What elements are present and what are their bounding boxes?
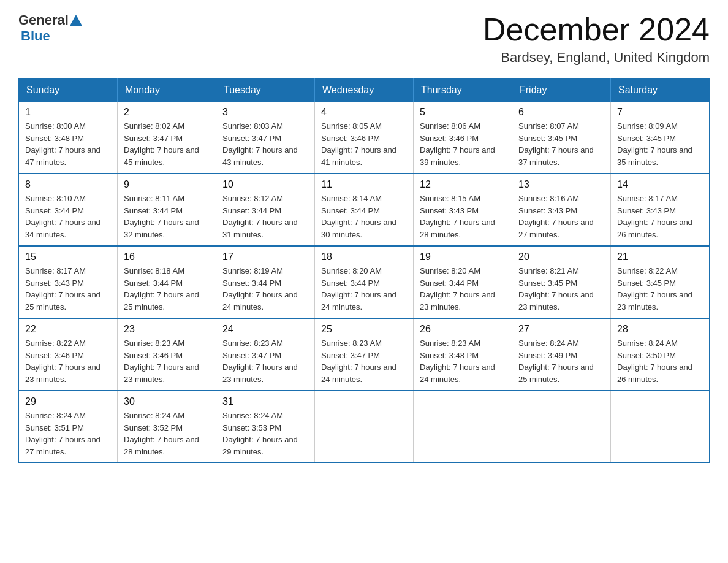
table-row: 31 Sunrise: 8:24 AMSunset: 3:53 PMDaylig… xyxy=(216,391,315,463)
day-info: Sunrise: 8:23 AMSunset: 3:47 PMDaylight:… xyxy=(222,339,298,384)
day-number: 10 xyxy=(222,179,308,190)
table-row: 19 Sunrise: 8:20 AMSunset: 3:44 PMDaylig… xyxy=(414,246,512,318)
day-number: 27 xyxy=(518,324,604,335)
title-area: December 2024 Bardsey, England, United K… xyxy=(483,12,710,66)
day-number: 14 xyxy=(617,179,703,190)
day-number: 25 xyxy=(321,324,407,335)
day-number: 7 xyxy=(617,107,703,118)
col-wednesday: Wednesday xyxy=(315,79,414,102)
table-row: 18 Sunrise: 8:20 AMSunset: 3:44 PMDaylig… xyxy=(315,246,414,318)
day-number: 20 xyxy=(518,251,604,262)
day-info: Sunrise: 8:20 AMSunset: 3:44 PMDaylight:… xyxy=(321,266,396,312)
day-info: Sunrise: 8:24 AMSunset: 3:49 PMDaylight:… xyxy=(518,339,594,384)
day-number: 11 xyxy=(321,179,407,190)
table-row: 4 Sunrise: 8:05 AMSunset: 3:46 PMDayligh… xyxy=(315,102,414,174)
calendar-week-row: 8 Sunrise: 8:10 AMSunset: 3:44 PMDayligh… xyxy=(19,174,710,246)
table-row: 11 Sunrise: 8:14 AMSunset: 3:44 PMDaylig… xyxy=(315,174,414,246)
day-info: Sunrise: 8:07 AMSunset: 3:45 PMDaylight:… xyxy=(518,121,594,167)
day-number: 12 xyxy=(420,179,506,190)
table-row: 6 Sunrise: 8:07 AMSunset: 3:45 PMDayligh… xyxy=(512,102,611,174)
day-number: 8 xyxy=(25,179,111,190)
col-saturday: Saturday xyxy=(611,79,710,102)
header-row: Sunday Monday Tuesday Wednesday Thursday… xyxy=(19,79,710,102)
day-number: 22 xyxy=(25,324,111,335)
table-row: 29 Sunrise: 8:24 AMSunset: 3:51 PMDaylig… xyxy=(19,391,118,463)
day-number: 9 xyxy=(124,179,210,190)
table-row: 14 Sunrise: 8:17 AMSunset: 3:43 PMDaylig… xyxy=(611,174,710,246)
day-number: 24 xyxy=(222,324,308,335)
day-number: 18 xyxy=(321,251,407,262)
table-row: 3 Sunrise: 8:03 AMSunset: 3:47 PMDayligh… xyxy=(216,102,315,174)
day-info: Sunrise: 8:00 AMSunset: 3:48 PMDaylight:… xyxy=(25,121,100,167)
calendar-week-row: 22 Sunrise: 8:22 AMSunset: 3:46 PMDaylig… xyxy=(19,318,710,391)
day-info: Sunrise: 8:12 AMSunset: 3:44 PMDaylight:… xyxy=(222,194,298,239)
day-number: 13 xyxy=(518,179,604,190)
day-number: 19 xyxy=(420,251,506,262)
logo-triangle-icon xyxy=(70,15,82,26)
day-info: Sunrise: 8:19 AMSunset: 3:44 PMDaylight:… xyxy=(222,266,298,312)
table-row: 2 Sunrise: 8:02 AMSunset: 3:47 PMDayligh… xyxy=(118,102,216,174)
day-info: Sunrise: 8:02 AMSunset: 3:47 PMDaylight:… xyxy=(124,121,199,167)
table-row: 1 Sunrise: 8:00 AMSunset: 3:48 PMDayligh… xyxy=(19,102,118,174)
table-row: 23 Sunrise: 8:23 AMSunset: 3:46 PMDaylig… xyxy=(118,318,216,391)
day-number: 6 xyxy=(518,107,604,118)
col-thursday: Thursday xyxy=(414,79,512,102)
day-number: 16 xyxy=(124,251,210,262)
day-info: Sunrise: 8:18 AMSunset: 3:44 PMDaylight:… xyxy=(124,266,199,312)
day-info: Sunrise: 8:24 AMSunset: 3:52 PMDaylight:… xyxy=(124,411,199,456)
day-info: Sunrise: 8:06 AMSunset: 3:46 PMDaylight:… xyxy=(420,121,495,167)
day-info: Sunrise: 8:17 AMSunset: 3:43 PMDaylight:… xyxy=(25,266,100,312)
table-row: 8 Sunrise: 8:10 AMSunset: 3:44 PMDayligh… xyxy=(19,174,118,246)
day-number: 5 xyxy=(420,107,506,118)
table-row: 5 Sunrise: 8:06 AMSunset: 3:46 PMDayligh… xyxy=(414,102,512,174)
day-info: Sunrise: 8:22 AMSunset: 3:46 PMDaylight:… xyxy=(25,339,100,384)
table-row: 27 Sunrise: 8:24 AMSunset: 3:49 PMDaylig… xyxy=(512,318,611,391)
day-info: Sunrise: 8:14 AMSunset: 3:44 PMDaylight:… xyxy=(321,194,396,239)
calendar-table: Sunday Monday Tuesday Wednesday Thursday… xyxy=(18,78,710,463)
day-number: 1 xyxy=(25,107,111,118)
calendar-week-row: 15 Sunrise: 8:17 AMSunset: 3:43 PMDaylig… xyxy=(19,246,710,318)
day-number: 3 xyxy=(222,107,308,118)
table-row: 15 Sunrise: 8:17 AMSunset: 3:43 PMDaylig… xyxy=(19,246,118,318)
day-number: 4 xyxy=(321,107,407,118)
table-row xyxy=(414,391,512,463)
header: General Blue December 2024 Bardsey, Engl… xyxy=(18,12,710,66)
day-number: 21 xyxy=(617,251,703,262)
table-row: 24 Sunrise: 8:23 AMSunset: 3:47 PMDaylig… xyxy=(216,318,315,391)
day-info: Sunrise: 8:10 AMSunset: 3:44 PMDaylight:… xyxy=(25,194,100,239)
calendar-week-row: 29 Sunrise: 8:24 AMSunset: 3:51 PMDaylig… xyxy=(19,391,710,463)
month-title: December 2024 xyxy=(483,12,710,47)
table-row xyxy=(315,391,414,463)
table-row: 12 Sunrise: 8:15 AMSunset: 3:43 PMDaylig… xyxy=(414,174,512,246)
table-row: 25 Sunrise: 8:23 AMSunset: 3:47 PMDaylig… xyxy=(315,318,414,391)
day-info: Sunrise: 8:21 AMSunset: 3:45 PMDaylight:… xyxy=(518,266,594,312)
day-number: 23 xyxy=(124,324,210,335)
table-row: 10 Sunrise: 8:12 AMSunset: 3:44 PMDaylig… xyxy=(216,174,315,246)
table-row: 17 Sunrise: 8:19 AMSunset: 3:44 PMDaylig… xyxy=(216,246,315,318)
day-info: Sunrise: 8:11 AMSunset: 3:44 PMDaylight:… xyxy=(124,194,199,239)
day-info: Sunrise: 8:22 AMSunset: 3:45 PMDaylight:… xyxy=(617,266,692,312)
col-monday: Monday xyxy=(118,79,216,102)
table-row: 21 Sunrise: 8:22 AMSunset: 3:45 PMDaylig… xyxy=(611,246,710,318)
day-number: 26 xyxy=(420,324,506,335)
day-info: Sunrise: 8:16 AMSunset: 3:43 PMDaylight:… xyxy=(518,194,594,239)
day-info: Sunrise: 8:03 AMSunset: 3:47 PMDaylight:… xyxy=(222,121,298,167)
table-row: 30 Sunrise: 8:24 AMSunset: 3:52 PMDaylig… xyxy=(118,391,216,463)
table-row xyxy=(611,391,710,463)
day-info: Sunrise: 8:24 AMSunset: 3:50 PMDaylight:… xyxy=(617,339,692,384)
day-info: Sunrise: 8:23 AMSunset: 3:46 PMDaylight:… xyxy=(124,339,199,384)
day-info: Sunrise: 8:15 AMSunset: 3:43 PMDaylight:… xyxy=(420,194,495,239)
day-number: 17 xyxy=(222,251,308,262)
table-row: 28 Sunrise: 8:24 AMSunset: 3:50 PMDaylig… xyxy=(611,318,710,391)
day-info: Sunrise: 8:24 AMSunset: 3:53 PMDaylight:… xyxy=(222,411,298,456)
day-info: Sunrise: 8:09 AMSunset: 3:45 PMDaylight:… xyxy=(617,121,692,167)
table-row xyxy=(512,391,611,463)
day-info: Sunrise: 8:23 AMSunset: 3:48 PMDaylight:… xyxy=(420,339,495,384)
day-info: Sunrise: 8:17 AMSunset: 3:43 PMDaylight:… xyxy=(617,194,692,239)
table-row: 16 Sunrise: 8:18 AMSunset: 3:44 PMDaylig… xyxy=(118,246,216,318)
col-tuesday: Tuesday xyxy=(216,79,315,102)
day-number: 31 xyxy=(222,396,308,407)
col-friday: Friday xyxy=(512,79,611,102)
day-number: 15 xyxy=(25,251,111,262)
table-row: 13 Sunrise: 8:16 AMSunset: 3:43 PMDaylig… xyxy=(512,174,611,246)
